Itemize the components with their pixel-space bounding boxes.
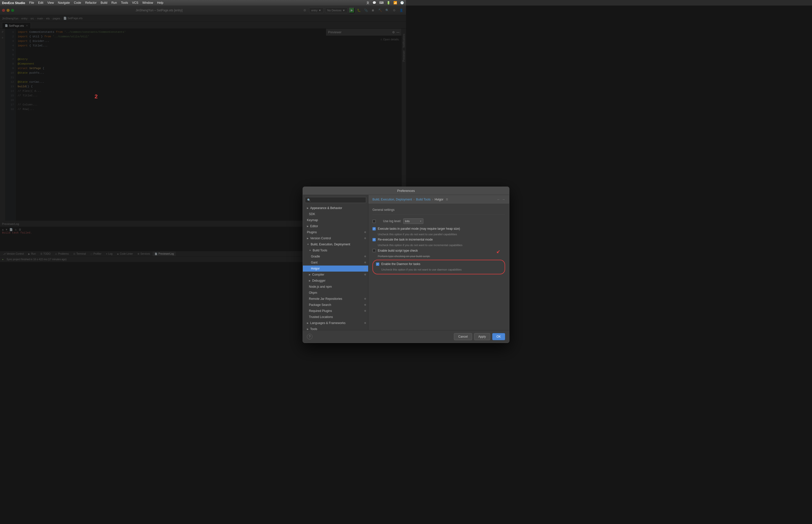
menu-edit[interactable]: Edit xyxy=(38,1,44,4)
menu-view[interactable]: View xyxy=(47,1,54,4)
chat-icon: 💬 xyxy=(372,1,376,4)
menubar-right-icons: 文 💬 ⌨ 🔋 📶 🕐 xyxy=(366,1,404,5)
expand-icon: ▶ xyxy=(307,207,309,209)
build-script-typecheck-checkbox[interactable] xyxy=(372,249,376,252)
annotation-number-2: 2 xyxy=(95,93,98,100)
search-field[interactable]: 🔍 xyxy=(305,197,366,203)
search-input[interactable] xyxy=(312,198,364,201)
gant-badge: ⚙ xyxy=(364,261,366,262)
dialog-body: 🔍 ▶ Appearance & Behavior SDK Keymap ▶ E… xyxy=(303,195,406,262)
setting-reexecute-incremental: Re-execute the task in incremental mode … xyxy=(372,238,406,247)
build-script-typecheck-label: Enable build script type check xyxy=(378,249,406,252)
nav-item-gradle[interactable]: Gradle ⚙ xyxy=(303,253,368,260)
setting-inner: Re-execute the task in incremental mode xyxy=(372,238,406,241)
menu-code[interactable]: Code xyxy=(74,1,81,4)
execute-parallel-checkbox[interactable] xyxy=(372,227,376,230)
log-level-row: Use log level: Info ▼ xyxy=(372,218,406,224)
setting-build-script-typecheck: Enable build script type check ↙ Perform… xyxy=(372,249,406,258)
section-title: General settings xyxy=(372,208,406,212)
execute-parallel-sublabel: Uncheck this option if you do not want t… xyxy=(378,232,406,236)
content-breadcrumb: Build, Execution, Deployment › Build Too… xyxy=(368,195,406,204)
clock-icon: 🕐 xyxy=(400,1,404,4)
menu-navigate[interactable]: Navigate xyxy=(58,1,70,4)
log-level-select[interactable]: Info ▼ xyxy=(403,218,406,224)
setting-inner: Execute tasks in parallel mode (may requ… xyxy=(372,227,406,230)
dialog-title-bar: Preferences xyxy=(303,187,406,195)
nav-item-editor[interactable]: ▶ Editor xyxy=(303,223,368,229)
app-name: DevEco Studio xyxy=(2,1,25,5)
menu-run[interactable]: Run xyxy=(112,1,117,4)
menu-window[interactable]: Window xyxy=(142,1,153,4)
nav-label: Plugins xyxy=(307,230,317,234)
expand-icon: ▼ xyxy=(309,249,311,252)
execute-parallel-label: Execute tasks in parallel mode (may requ… xyxy=(378,227,406,230)
expand-icon: ▶ xyxy=(307,237,309,240)
nav-label: Appearance & Behavior xyxy=(310,206,342,210)
nav-item-sdk[interactable]: SDK xyxy=(303,211,368,217)
menu-file[interactable]: File xyxy=(29,1,34,4)
battery-icon: 🔋 xyxy=(386,1,391,4)
nav-label: Keymap xyxy=(307,218,318,222)
menu-vcs[interactable]: VCS xyxy=(132,1,138,4)
vc-badge: ⚙ xyxy=(364,237,366,240)
nav-label: Gradle xyxy=(311,255,320,258)
use-log-level-label: Use log level: xyxy=(383,219,401,223)
build-script-typecheck-sublabel: Perform type checking on your build scri… xyxy=(378,255,406,258)
menu-refactor[interactable]: Refactor xyxy=(85,1,97,4)
menubar: DevEco Studio File Edit View Navigate Co… xyxy=(0,0,406,5)
menu-build[interactable]: Build xyxy=(101,1,107,4)
dialog-title: Preferences xyxy=(397,189,406,193)
nav-label: SDK xyxy=(309,212,315,216)
nav-item-version-control[interactable]: ▶ Version Control ⚙ xyxy=(303,235,368,241)
reexecute-incremental-sublabel: Uncheck this option if you do not want t… xyxy=(378,243,406,247)
breadcrumb-build-execution[interactable]: Build, Execution, Deployment xyxy=(372,198,406,201)
menu-tools[interactable]: Tools xyxy=(121,1,128,4)
nav-item-build-tools[interactable]: ▼ Build Tools xyxy=(303,247,368,253)
menu-help[interactable]: Help xyxy=(157,1,163,4)
nav-item-build-execution[interactable]: ▼ Build, Execution, Deployment xyxy=(303,241,368,247)
expand-icon: ▶ xyxy=(307,225,309,227)
log-level-value: Info xyxy=(405,219,406,223)
nav-label: Build, Execution, Deployment xyxy=(311,243,350,246)
dialog-nav: 🔍 ▶ Appearance & Behavior SDK Keymap ▶ E… xyxy=(303,195,368,262)
use-log-level-checkbox[interactable] xyxy=(372,219,376,223)
search-icon: 🔍 xyxy=(307,198,311,202)
nav-item-plugins[interactable]: Plugins ⚙ xyxy=(303,229,368,235)
plugins-badge: ⚙ xyxy=(364,231,366,233)
nav-label: Editor xyxy=(310,225,318,228)
content-body: General settings Use log level: Info ▼ xyxy=(368,204,406,262)
dialog-content: Build, Execution, Deployment › Build Too… xyxy=(368,195,406,262)
nav-label: Gant xyxy=(311,261,317,262)
expand-icon: ▼ xyxy=(307,243,309,246)
wifi-icon: 📶 xyxy=(393,1,397,4)
keyboard-icon: ⌨ xyxy=(379,1,384,4)
reexecute-incremental-checkbox[interactable] xyxy=(372,238,376,241)
nav-item-keymap[interactable]: Keymap xyxy=(303,217,368,223)
gradle-badge: ⚙ xyxy=(364,255,366,258)
nav-item-appearance[interactable]: ▶ Appearance & Behavior xyxy=(303,205,368,211)
nav-label: Version Control xyxy=(310,236,331,240)
nav-label: Build Tools xyxy=(313,249,327,252)
setting-inner: Enable build script type check ↙ xyxy=(372,249,406,252)
nav-item-gant[interactable]: Gant ⚙ xyxy=(303,260,368,262)
dialog-overlay: Preferences 🔍 ▶ Appearance & Behavior SD… xyxy=(0,5,406,262)
setting-execute-parallel: Execute tasks in parallel mode (may requ… xyxy=(372,227,406,236)
preferences-dialog: Preferences 🔍 ▶ Appearance & Behavior SD… xyxy=(303,186,406,262)
reexecute-incremental-label: Re-execute the task in incremental mode xyxy=(378,238,406,241)
input-method-icon: 文 xyxy=(366,1,369,5)
setting-enable-daemon: Enable the Daemon for tasks Uncheck this… xyxy=(372,260,406,262)
